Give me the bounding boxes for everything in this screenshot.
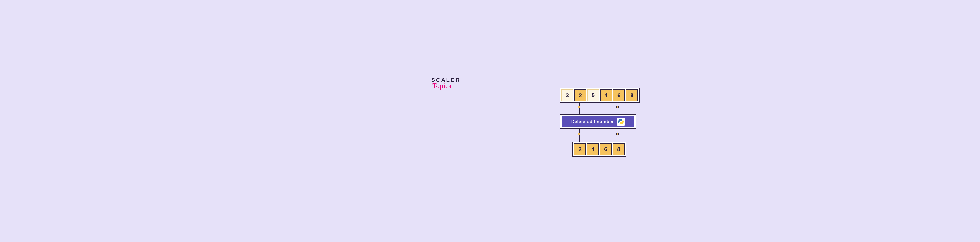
input-cell: 5 (587, 89, 599, 101)
operation-label: Delete odd number (571, 119, 614, 124)
connector-line (617, 103, 618, 114)
connector-node (578, 106, 581, 108)
connector-line (579, 103, 579, 114)
input-array: 3 2 5 4 6 8 (560, 88, 640, 103)
python-logo-icon (617, 118, 625, 126)
scaler-topics-logo: SCALER Topics (431, 77, 461, 90)
operation-container: Delete odd number (560, 114, 636, 129)
input-cell: 4 (600, 89, 612, 101)
output-cell: 4 (587, 143, 599, 155)
output-cell: 2 (574, 143, 586, 155)
input-cell: 6 (613, 89, 625, 101)
output-cell: 6 (600, 143, 612, 155)
output-array: 2 4 6 8 (572, 142, 627, 157)
input-cell: 8 (626, 89, 638, 101)
connector-line (579, 129, 579, 142)
connector-node (616, 106, 619, 108)
operation-box: Delete odd number (562, 116, 635, 127)
connector-line (617, 129, 618, 142)
connector-node (616, 133, 619, 135)
input-cell: 2 (574, 89, 586, 101)
output-cell: 8 (613, 143, 625, 155)
connector-node (578, 133, 581, 135)
input-cell: 3 (562, 89, 573, 101)
